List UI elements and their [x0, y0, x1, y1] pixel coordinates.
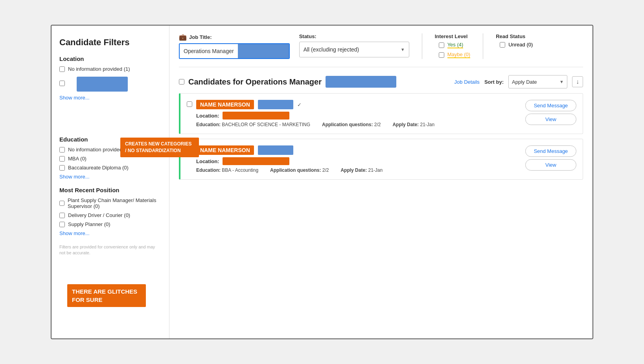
recent-plant-checkbox[interactable]: [59, 200, 64, 206]
interest-maybe-item[interactable]: Maybe (0): [439, 51, 471, 58]
job-title-redact: [238, 44, 289, 58]
education-bacc-checkbox[interactable]: [59, 165, 65, 171]
card-actions-2: Send Message View: [525, 145, 576, 171]
candidate-name-redact-2: [258, 145, 293, 155]
education-no-info-checkbox[interactable]: [59, 147, 65, 153]
candidate-select-checkbox[interactable]: [187, 101, 192, 107]
candidate-name-redact: [258, 100, 293, 109]
briefcase-icon: 💼: [179, 33, 187, 41]
unread-checkbox[interactable]: [500, 42, 505, 48]
location-redact-checkbox[interactable]: [59, 81, 65, 86]
vertical-divider-2: [483, 33, 483, 59]
chevron-down-icon: ▼: [401, 47, 405, 52]
status-select[interactable]: All (excluding rejected) ▼: [299, 42, 409, 57]
recent-filter-plant[interactable]: Plant Supply Chain Manager/ Materials Su…: [59, 197, 161, 209]
candidate-apply-date: Apply Date: 21-Jan: [392, 122, 434, 127]
sort-chevron-icon: ▼: [559, 79, 564, 84]
read-items: Unread (0): [500, 42, 533, 48]
card-body-2: NAME NAMERSON Location: Education: BBA -…: [196, 145, 521, 173]
candidate-apply-date-2: Apply Date: 21-Jan: [340, 167, 383, 173]
education-show-more[interactable]: Show more...: [59, 174, 161, 180]
recent-filter-delivery[interactable]: Delivery Driver / Courier (0): [59, 212, 161, 218]
candidate-card: NAME NAMERSON ✓ Location: Education: BAC…: [179, 93, 583, 134]
candidate-education-2: Education: BBA - Accounting: [196, 167, 258, 173]
interest-maybe-label: Maybe (0): [447, 51, 471, 58]
education-filter-bacc[interactable]: Baccalaureate Diploma (0): [59, 165, 161, 171]
candidate-name-block: NAME NAMERSON ✓: [196, 100, 521, 109]
candidate-location: Location:: [196, 112, 521, 119]
location-section-title: Location: [59, 55, 161, 62]
card-details-2: Education: BBA - Accounting Application …: [196, 167, 521, 173]
candidate-name-2: NAME NAMERSON: [196, 145, 254, 155]
unread-item[interactable]: Unread (0): [500, 42, 533, 48]
read-status-group: Read Status Unread (0): [496, 33, 533, 48]
candidate-name: NAME NAMERSON: [196, 100, 254, 109]
callout-new-categories: CREATES NEW CATEGORIES / NO STANDARDIZAT…: [120, 138, 199, 157]
candidate-name-block-2: NAME NAMERSON: [196, 145, 521, 155]
candidate-location-redact-2: [223, 157, 289, 165]
job-details-link[interactable]: Job Details: [454, 79, 480, 85]
sidebar-title: Candidate Filters: [59, 37, 161, 48]
most-recent-show-more[interactable]: Show more...: [59, 230, 161, 236]
candidates-title: Candidates for Operations Manager: [179, 76, 396, 88]
interest-level-label: Interest Level: [435, 33, 471, 39]
sidebar: Candidate Filters Location No informatio…: [52, 26, 169, 338]
status-group: Status: All (excluding rejected) ▼: [299, 33, 409, 57]
unread-label: Unread (0): [508, 42, 533, 48]
interest-yes-item[interactable]: Yes (4): [439, 42, 471, 48]
job-title-group: 💼 Job Title: Operations Manager: [179, 33, 290, 59]
candidate-app-questions: Application questions: 2/2: [322, 122, 381, 127]
most-recent-section-title: Most Recent Position: [59, 187, 161, 193]
vertical-divider: [422, 33, 422, 59]
job-title-label: 💼 Job Title:: [179, 33, 290, 41]
view-button-2[interactable]: View: [525, 159, 576, 171]
job-title-text: Operations Manager: [180, 44, 238, 58]
main-content: 💼 Job Title: Operations Manager Status: …: [169, 26, 592, 338]
interest-yes-label: Yes (4): [447, 42, 464, 48]
send-message-button[interactable]: Send Message: [525, 100, 576, 111]
recent-supply-checkbox[interactable]: [59, 222, 65, 227]
candidates-header: Candidates for Operations Manager Job De…: [179, 75, 583, 88]
status-label: Status:: [299, 33, 409, 39]
card-details: Education: BACHELOR OF SCIENCE - MARKETI…: [196, 122, 521, 127]
interest-level-group: Interest Level Yes (4) Maybe (0): [435, 33, 471, 58]
sort-label: Sort by:: [484, 79, 504, 85]
recent-delivery-checkbox[interactable]: [59, 213, 65, 218]
candidate-location-redact: [223, 112, 289, 119]
card-actions: Send Message View: [525, 100, 576, 125]
sort-select[interactable]: Apply Date ▼: [508, 75, 567, 88]
location-filter-redact[interactable]: [59, 75, 161, 92]
interest-items: Yes (4) Maybe (0): [439, 42, 471, 58]
filters-note: Filters are provided for convenience onl…: [59, 244, 161, 256]
location-no-info-checkbox[interactable]: [59, 66, 65, 72]
candidates-title-redact: [326, 76, 396, 88]
top-filter-bar: 💼 Job Title: Operations Manager Status: …: [179, 33, 583, 67]
education-mba-checkbox[interactable]: [59, 156, 65, 162]
location-redact-block: [77, 77, 128, 92]
card-body: NAME NAMERSON ✓ Location: Education: BAC…: [196, 100, 521, 127]
interest-maybe-checkbox[interactable]: [439, 52, 444, 58]
job-title-field[interactable]: Operations Manager: [179, 43, 290, 59]
sort-direction-button[interactable]: ↓: [572, 76, 583, 87]
location-show-more[interactable]: Show more...: [59, 95, 161, 101]
view-button[interactable]: View: [525, 114, 576, 125]
candidate-education: Education: BACHELOR OF SCIENCE - MARKETI…: [196, 122, 310, 127]
interest-yes-checkbox[interactable]: [439, 42, 444, 48]
select-all-checkbox[interactable]: [179, 79, 184, 85]
callout-glitches: THERE ARE GLITCHES FOR SURE: [67, 284, 146, 307]
candidates-controls: Job Details Sort by: Apply Date ▼ ↓: [454, 75, 583, 88]
location-filter-no-info[interactable]: No information provided (1): [59, 66, 161, 72]
candidate-app-questions-2: Application questions: 2/2: [270, 167, 329, 173]
read-status-label: Read Status: [496, 33, 533, 39]
candidate-card: NAME NAMERSON Location: Education: BBA -…: [179, 139, 583, 180]
recent-filter-supply[interactable]: Supply Planner (0): [59, 221, 161, 227]
send-message-button-2[interactable]: Send Message: [525, 145, 576, 157]
candidate-location-2: Location:: [196, 157, 521, 165]
